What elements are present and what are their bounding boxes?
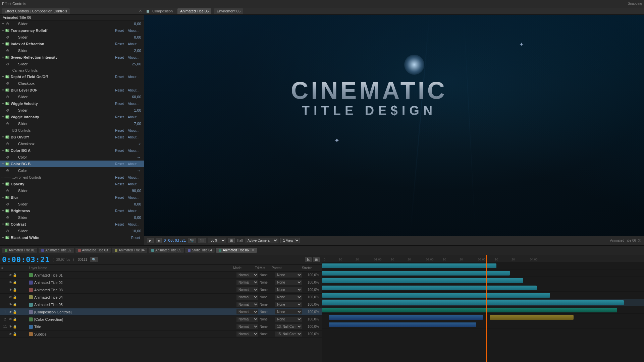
zoom-select[interactable]: 50% 25% 100% xyxy=(208,238,226,243)
reset-btn[interactable]: Reset xyxy=(114,129,126,132)
reset-btn[interactable]: Reset xyxy=(114,196,126,199)
checkbox-row-1[interactable]: ⏱ Checkbox xyxy=(0,80,144,87)
color-row-2[interactable]: ⏱ Color → xyxy=(0,167,144,174)
bg-controls-separator[interactable]: --------- BG Controls Reset About... xyxy=(0,127,144,134)
eye-icon[interactable]: 👁 xyxy=(9,273,12,277)
lock-icon[interactable]: 🔒 xyxy=(13,317,17,321)
blur-row[interactable]: fx Blur Reset About... xyxy=(0,194,144,201)
opacity-row[interactable]: fx Opacity Reset About... xyxy=(0,181,144,187)
layer-mode-select[interactable]: Normal xyxy=(236,273,258,278)
reset-btn[interactable]: Reset xyxy=(114,162,126,166)
about-btn[interactable]: About... xyxy=(126,209,143,213)
layer-parent-select[interactable]: None xyxy=(275,273,302,278)
slider-row-2[interactable]: ⏱ Slider 2,00 xyxy=(0,47,144,54)
reset-btn[interactable]: Reset xyxy=(114,115,126,119)
slider-row-top[interactable]: ⏱ Slider 0,00 xyxy=(0,20,144,27)
about-btn[interactable]: About... xyxy=(126,176,143,179)
layer-parent-select[interactable]: 13. Null Cam 1 xyxy=(275,324,302,329)
layer-row[interactable]: 👁 🔒 Animated Title 01 Normal None None 1… xyxy=(0,272,322,279)
layer-row[interactable]: 👁 🔒 Animated Title 03 Normal None None 1… xyxy=(0,286,322,294)
eye-icon[interactable]: 👁 xyxy=(9,332,12,336)
comp-strip-tab-03[interactable]: Animated Title 03 xyxy=(75,248,111,253)
layer-parent-select[interactable]: None xyxy=(275,302,302,307)
tl-fx-btn[interactable]: fx xyxy=(305,257,312,262)
layer-mode-select[interactable]: Normal xyxy=(236,317,258,322)
slider-row-7[interactable]: ⏱ Slider 90,00 xyxy=(0,187,144,194)
comp-strip-tab-01[interactable]: Animated Title 01 xyxy=(2,248,37,253)
view-mode-select[interactable]: Active Camera xyxy=(245,238,278,243)
slider-row-8[interactable]: ⏱ Slider 0,00 xyxy=(0,201,144,207)
lock-icon[interactable]: 🔒 xyxy=(13,295,17,299)
layer-mode-select[interactable]: Normal xyxy=(236,331,258,337)
index-refraction-row[interactable]: fx Index of Refraction Reset About... xyxy=(0,41,144,47)
layer-row[interactable]: 👁 🔒 Animated Title 02 Normal None None 1… xyxy=(0,279,322,286)
reset-btn[interactable]: Reset xyxy=(114,75,126,79)
safe-areas-btn[interactable]: ⊞ xyxy=(228,238,235,243)
stop-button[interactable]: ■ xyxy=(156,238,162,243)
layer-mode-select[interactable]: Normal xyxy=(236,295,258,300)
eye-icon[interactable]: 👁 xyxy=(9,295,12,299)
slider-row-9[interactable]: ⏱ Slider 0,00 xyxy=(0,214,144,221)
reset-btn[interactable]: Reset xyxy=(114,149,126,153)
about-btn[interactable]: About... xyxy=(126,149,143,153)
checkbox-row-2[interactable]: ⏱ Checkbox ✓ xyxy=(0,140,144,147)
about-btn[interactable]: About... xyxy=(126,29,143,33)
eye-icon[interactable]: 👁 xyxy=(9,288,12,292)
slider-row-1[interactable]: ⏱ Slider 0,00 xyxy=(0,34,144,41)
layer-row[interactable]: 1 👁 🔒 [Composition Controls] Normal None… xyxy=(0,308,322,316)
about-btn[interactable]: About... xyxy=(126,196,143,199)
brightness-row[interactable]: fx Brightness Reset About... xyxy=(0,207,144,214)
slider-row-10[interactable]: ⏱ Slider 10,00 xyxy=(0,228,144,234)
layer-mode-select[interactable]: Normal xyxy=(236,280,258,285)
wiggle-velocity-row[interactable]: fx Wiggle Velocity Reset About... xyxy=(0,100,144,107)
black-white-row[interactable]: fx Black and White Reset xyxy=(0,234,144,241)
eye-icon[interactable]: 👁 xyxy=(9,303,12,306)
reset-btn[interactable]: Reset xyxy=(130,236,143,240)
lock-icon[interactable]: 🔒 xyxy=(13,273,17,277)
slider-row-3[interactable]: ⏱ Slider 25,00 xyxy=(0,61,144,67)
close-icon[interactable]: ✕ xyxy=(252,248,254,252)
layer-row[interactable]: 👁 🔒 Animated Title 04 Normal None None 1… xyxy=(0,294,322,301)
layer-parent-select[interactable]: None xyxy=(275,280,302,285)
layer-parent-select[interactable]: None xyxy=(275,309,302,314)
play-button[interactable]: ▶ xyxy=(147,238,154,243)
comp-tab-animated06[interactable]: Animated Title 06 xyxy=(177,8,211,14)
lock-icon[interactable]: 🔒 xyxy=(13,281,17,284)
wiggle-intensity-row[interactable]: fx Wiggle Intensity Reset About... xyxy=(0,114,144,120)
eye-icon[interactable]: 👁 xyxy=(9,317,12,321)
reset-btn[interactable]: Reset xyxy=(114,135,126,139)
about-btn[interactable]: About... xyxy=(126,182,143,186)
lock-icon[interactable]: 🔒 xyxy=(13,303,17,306)
layer-row[interactable]: 11 👁 🔒 Title Normal None 13. Null Cam 1 … xyxy=(0,323,322,330)
about-btn[interactable]: About... xyxy=(126,75,143,79)
snapshot-button[interactable]: 📷 xyxy=(188,238,196,243)
layer-parent-select[interactable]: None xyxy=(275,295,302,300)
about-btn[interactable]: About... xyxy=(126,162,143,166)
reset-btn[interactable]: Reset xyxy=(114,29,126,33)
resolution-toggle[interactable]: ⬛ xyxy=(198,238,206,243)
reset-btn[interactable]: Reset xyxy=(114,42,126,46)
reset-btn[interactable]: Reset xyxy=(114,56,126,59)
reset-btn[interactable]: Reset xyxy=(114,88,126,92)
comp-tab-enviroment06[interactable]: Enviroment 06 xyxy=(214,8,243,14)
color-bg-b-row[interactable]: fx Color BG B Reset About... xyxy=(0,161,144,167)
layer-parent-select[interactable]: None xyxy=(275,287,302,292)
layer-mode-select[interactable]: Normal xyxy=(236,309,258,314)
lock-icon[interactable]: 🔒 xyxy=(13,332,17,336)
slider-row-5[interactable]: ⏱ Slider 1,00 xyxy=(0,107,144,114)
about-btn[interactable]: About... xyxy=(126,115,143,119)
color-bg-a-row[interactable]: fx Color BG A Reset About... xyxy=(0,147,144,154)
layer-mode-select[interactable]: Normal xyxy=(236,302,258,307)
lock-icon[interactable]: 🔒 xyxy=(13,325,17,328)
comp-strip-tab-05[interactable]: Animated Title 05 xyxy=(149,248,184,253)
effect-controls-tab[interactable]: Effect Controls | Composition Controls xyxy=(2,8,70,14)
about-btn[interactable]: About... xyxy=(126,135,143,139)
panel-close-icon[interactable]: ✕ xyxy=(139,9,142,13)
viroment-controls-separator[interactable]: --------- ...viroment Controls Reset Abo… xyxy=(0,174,144,181)
color-row-1[interactable]: ⏱ Color → xyxy=(0,154,144,161)
transparency-rolloff-row[interactable]: fx Transparency Rolloff Reset About... xyxy=(0,27,144,34)
about-btn[interactable]: About... xyxy=(126,102,143,106)
about-btn[interactable]: About... xyxy=(126,129,143,132)
about-btn[interactable]: About... xyxy=(126,223,143,226)
layer-mode-select[interactable]: Normal xyxy=(236,324,258,329)
